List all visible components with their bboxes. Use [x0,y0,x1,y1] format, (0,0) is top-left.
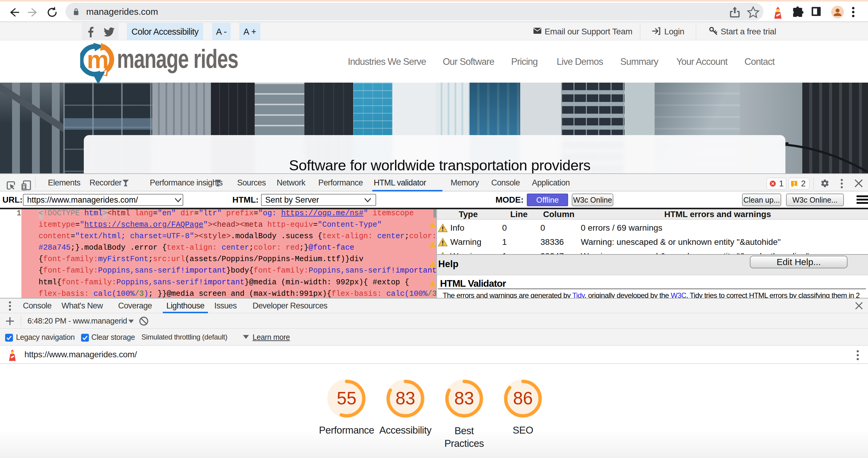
svg-text:55: 55 [337,388,356,408]
svg-text:83: 83 [396,388,415,408]
svg-text:m: m [87,46,109,73]
svg-text:83: 83 [454,388,474,408]
svg-text:86: 86 [513,388,533,408]
